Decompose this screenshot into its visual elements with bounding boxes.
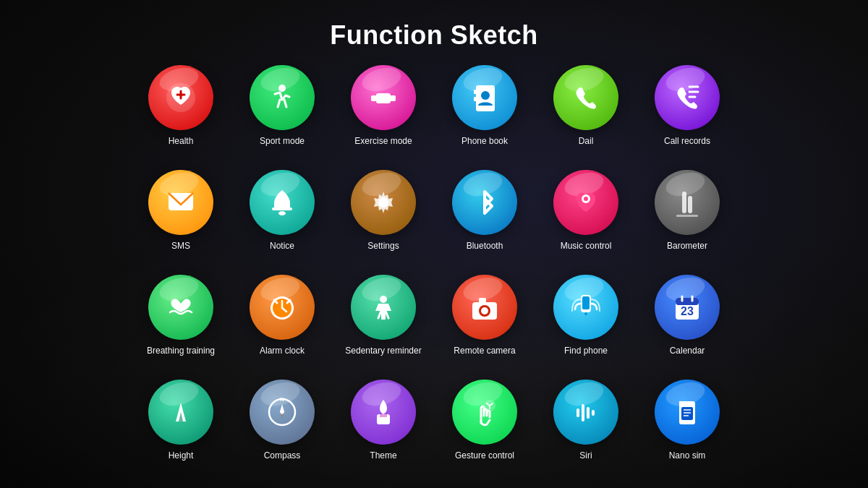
svg-rect-49: [592, 410, 595, 416]
icon-alarm-clock: [250, 275, 315, 340]
icon-breathing-training: [148, 275, 213, 340]
app-item-gesture-control[interactable]: Gesture control: [438, 380, 532, 462]
svg-rect-16: [272, 207, 292, 210]
app-item-nano-sim[interactable]: Nano sim: [640, 380, 734, 462]
svg-point-3: [278, 85, 286, 92]
label-alarm-clock: Alarm clock: [260, 346, 305, 357]
app-item-settings[interactable]: Settings: [336, 170, 430, 252]
label-sedentary-reminder: Sedentary reminder: [345, 346, 421, 357]
svg-rect-23: [676, 215, 698, 217]
icon-sport-mode: [250, 65, 315, 130]
app-item-call-records[interactable]: Call records: [640, 65, 734, 147]
app-item-find-phone[interactable]: Find phone: [539, 275, 633, 357]
icon-find-phone: [553, 275, 618, 340]
icon-sedentary-reminder: [351, 275, 416, 340]
icon-notice: [250, 170, 315, 235]
svg-rect-47: [582, 404, 584, 421]
label-siri: Siri: [579, 450, 592, 462]
app-item-music-control[interactable]: Music control: [539, 170, 633, 252]
icon-compass: N: [250, 380, 315, 445]
icon-height: [148, 380, 213, 445]
app-item-notice[interactable]: Notice: [235, 170, 329, 252]
label-health: Health: [169, 136, 194, 147]
label-barometer: Barometer: [667, 241, 707, 252]
icon-remote-camera: [452, 275, 517, 340]
label-remote-camera: Remote camera: [454, 346, 515, 357]
app-item-bluetooth[interactable]: Bluetooth: [438, 170, 532, 252]
icon-siri: [553, 380, 618, 445]
svg-point-11: [481, 91, 490, 100]
label-phone-book: Phone book: [461, 136, 508, 147]
svg-rect-32: [479, 298, 486, 303]
app-item-sport-mode[interactable]: Sport mode: [235, 65, 329, 147]
icon-barometer: [655, 170, 720, 235]
label-theme: Theme: [370, 450, 396, 462]
app-item-sedentary-reminder[interactable]: Sedentary reminder: [336, 275, 430, 357]
app-item-phone-book[interactable]: Phone book: [438, 65, 532, 147]
svg-text:23: 23: [681, 305, 694, 317]
svg-rect-51: [681, 407, 693, 420]
label-find-phone: Find phone: [564, 346, 608, 357]
svg-rect-48: [587, 407, 590, 419]
icon-settings: [351, 170, 416, 235]
svg-rect-37: [676, 298, 699, 305]
svg-rect-10: [474, 97, 477, 101]
svg-rect-22: [688, 196, 692, 213]
svg-text:N: N: [280, 396, 284, 403]
svg-rect-21: [682, 192, 686, 213]
label-notice: Notice: [270, 241, 294, 252]
app-grid: Health Sport mode Exercise mode Phone bo…: [134, 65, 734, 484]
icon-sms: [148, 170, 213, 235]
svg-point-31: [481, 307, 488, 314]
svg-point-28: [380, 296, 387, 303]
app-item-breathing-training[interactable]: Breathing training: [134, 275, 228, 357]
icon-call-records: [655, 65, 720, 130]
label-compass: Compass: [264, 450, 301, 462]
icon-health: [148, 65, 213, 130]
app-item-exercise-mode[interactable]: Exercise mode: [336, 65, 430, 147]
label-gesture-control: Gesture control: [455, 450, 514, 462]
label-sms: SMS: [171, 241, 190, 252]
label-dail: Dail: [579, 136, 594, 147]
icon-exercise-mode: [351, 65, 416, 130]
svg-point-17: [278, 211, 286, 215]
svg-point-20: [584, 197, 588, 201]
app-item-compass[interactable]: N Compass: [235, 380, 329, 462]
app-item-calendar[interactable]: 23 Calendar: [640, 275, 734, 357]
svg-rect-46: [576, 408, 579, 417]
label-settings: Settings: [367, 241, 399, 252]
label-music-control: Music control: [561, 241, 612, 252]
svg-rect-34: [582, 296, 590, 309]
app-item-theme[interactable]: Theme: [336, 380, 430, 462]
label-height: Height: [169, 450, 194, 462]
app-item-alarm-clock[interactable]: Alarm clock: [235, 275, 329, 357]
label-exercise-mode: Exercise mode: [354, 136, 412, 147]
page-title: Function Sketch: [330, 20, 538, 51]
label-call-records: Call records: [664, 136, 710, 147]
label-bluetooth: Bluetooth: [467, 241, 503, 252]
app-item-siri[interactable]: Siri: [539, 380, 633, 462]
icon-bluetooth: [452, 170, 517, 235]
icon-dail: [553, 65, 618, 130]
icon-theme: [351, 380, 416, 445]
app-item-health[interactable]: Health: [134, 65, 228, 147]
app-item-dail[interactable]: Dail: [539, 65, 633, 147]
label-nano-sim: Nano sim: [669, 450, 706, 462]
app-item-sms[interactable]: SMS: [134, 170, 228, 252]
app-item-height[interactable]: Height: [134, 380, 228, 462]
svg-point-35: [584, 312, 587, 315]
app-item-remote-camera[interactable]: Remote camera: [438, 275, 532, 357]
icon-music-control: [553, 170, 618, 235]
svg-rect-6: [376, 93, 391, 103]
icon-gesture-control: [452, 380, 517, 445]
svg-rect-9: [474, 90, 477, 94]
label-sport-mode: Sport mode: [260, 136, 305, 147]
label-calendar: Calendar: [670, 346, 705, 357]
app-item-barometer[interactable]: Barometer: [640, 170, 734, 252]
icon-calendar: 23: [655, 275, 720, 340]
icon-phone-book: [452, 65, 517, 130]
icon-nano-sim: [655, 380, 720, 445]
label-breathing-training: Breathing training: [147, 346, 215, 357]
